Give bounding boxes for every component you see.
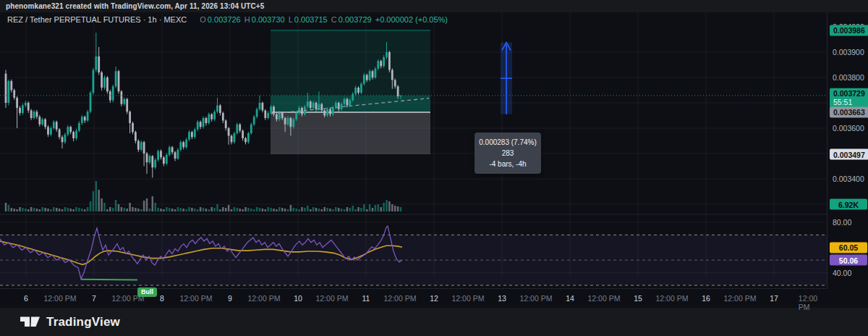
candle-body xyxy=(41,119,43,125)
candle-body xyxy=(225,121,227,129)
candle-body xyxy=(388,52,391,70)
rsi-axis-label: 80.00 xyxy=(833,218,851,227)
rsi-value-badge[interactable]: 50.06 xyxy=(830,255,867,266)
volume-bar xyxy=(388,201,391,211)
time-axis-noon-label: 12:00 PM xyxy=(588,294,621,303)
volume-bar xyxy=(338,208,340,211)
candle-body xyxy=(262,103,264,111)
candle-body xyxy=(360,84,362,93)
candle-body xyxy=(197,122,199,130)
candle-body xyxy=(129,112,131,123)
candle-body xyxy=(132,123,134,132)
candle-body xyxy=(177,150,179,159)
candle-body xyxy=(287,118,289,125)
volume-bar xyxy=(372,208,374,211)
time-axis-day-label: 12 xyxy=(430,294,438,303)
volume-bar xyxy=(344,209,346,211)
volume-bar xyxy=(244,207,247,211)
tradingview-logo-icon[interactable] xyxy=(20,315,40,329)
volume-bar xyxy=(239,209,241,211)
candle-body xyxy=(363,75,365,84)
candle-body xyxy=(278,113,281,119)
volume-bar xyxy=(234,207,236,211)
volume-bar xyxy=(53,207,55,211)
candle-body xyxy=(137,141,140,150)
volume-bar xyxy=(13,209,15,211)
volume-bar xyxy=(177,207,179,211)
measure-tooltip[interactable]: 0.000283 (7.74%) 283 -4 bars, -4h xyxy=(475,133,541,174)
candle-body xyxy=(377,61,379,69)
candle-body xyxy=(244,138,247,142)
candle-body xyxy=(341,104,343,109)
volume-bar xyxy=(216,204,218,211)
candle-body xyxy=(315,103,318,109)
candle-body xyxy=(84,117,86,120)
time-axis-day-label: 7 xyxy=(92,294,96,303)
low-label: L xyxy=(289,15,293,24)
target-price-badge[interactable]: 0.003986 xyxy=(830,25,868,35)
volume-bar xyxy=(112,208,114,211)
volume-bar xyxy=(205,209,208,211)
candle-body xyxy=(112,86,114,100)
volume-bar xyxy=(197,209,199,211)
price-axis-label: 0.003900 xyxy=(833,48,864,56)
candle-body xyxy=(292,119,294,127)
candle-body xyxy=(357,88,359,93)
volume-bar xyxy=(219,209,221,211)
volume-bar xyxy=(84,209,86,211)
volume-bar xyxy=(253,209,255,211)
time-axis-day-label: 14 xyxy=(566,294,574,303)
entry-price-badge[interactable]: 0.003663 xyxy=(830,106,868,117)
stop-price-badge[interactable]: 0.003497 xyxy=(830,149,868,160)
candle-body xyxy=(5,74,7,103)
candle-body xyxy=(13,91,15,98)
candle-body xyxy=(78,123,80,131)
volume-bar xyxy=(265,209,267,211)
tradingview-brand-text[interactable]: TradingView xyxy=(46,315,120,329)
main-chart-canvas[interactable] xyxy=(0,12,868,308)
position-profit-zone[interactable] xyxy=(271,30,430,96)
candle-body xyxy=(109,91,111,100)
measure-line-2: -4 bars, -4h xyxy=(476,159,540,169)
volume-bar xyxy=(61,209,64,211)
price-axis[interactable]: 0.0040000.0039000.0038000.0036000.003400… xyxy=(827,12,868,288)
candle-body xyxy=(344,99,346,104)
volume-bar xyxy=(386,200,388,211)
volume-bar xyxy=(310,209,312,211)
candle-body xyxy=(56,122,58,130)
volume-bar xyxy=(78,208,80,211)
candle-body xyxy=(250,125,252,133)
candle-body xyxy=(210,114,213,119)
symbol-title[interactable]: REZ / Tether PERPETUAL FUTURES · 1h · ME… xyxy=(7,15,187,24)
volume-bar xyxy=(335,207,337,211)
volume-bar xyxy=(237,208,239,211)
candle-body xyxy=(174,152,176,159)
volume-bar xyxy=(25,209,27,211)
time-axis[interactable]: 612:00 PM712:00 PM812:00 PM912:00 PM1012… xyxy=(0,288,827,308)
bull-divergence-line[interactable] xyxy=(81,280,137,280)
rsi-ma-badge[interactable]: 60.05 xyxy=(830,242,867,253)
volume-bar xyxy=(5,203,7,211)
candle-body xyxy=(354,88,357,94)
candle-body xyxy=(318,104,320,109)
candle-body xyxy=(140,142,142,150)
bull-divergence-label[interactable]: Bull xyxy=(137,287,157,297)
symbol-legend[interactable]: REZ / Tether PERPETUAL FUTURES · 1h · ME… xyxy=(7,15,449,24)
volume-badge[interactable]: 6.92K xyxy=(830,199,867,210)
time-axis-noon-label: 12:00 PM xyxy=(316,294,349,303)
position-stop-zone[interactable] xyxy=(271,112,430,154)
candle-body xyxy=(400,96,402,96)
time-axis-day-label: 16 xyxy=(702,294,710,303)
candle-body xyxy=(264,111,266,119)
candle-body xyxy=(270,106,272,113)
time-axis-noon-label: 12:00 PM xyxy=(799,294,817,311)
candle-body xyxy=(69,127,72,132)
volume-bar xyxy=(160,209,162,211)
volume-bar xyxy=(81,209,83,211)
volume-bar xyxy=(115,200,117,211)
candle-body xyxy=(200,122,202,127)
open-value: 0.003726 xyxy=(208,15,241,24)
last-price-badge[interactable]: 0.00372955:51 xyxy=(830,88,868,108)
time-axis-day-label: 6 xyxy=(24,294,28,303)
chart-area[interactable]: REZ / Tether PERPETUAL FUTURES · 1h · ME… xyxy=(0,12,868,308)
